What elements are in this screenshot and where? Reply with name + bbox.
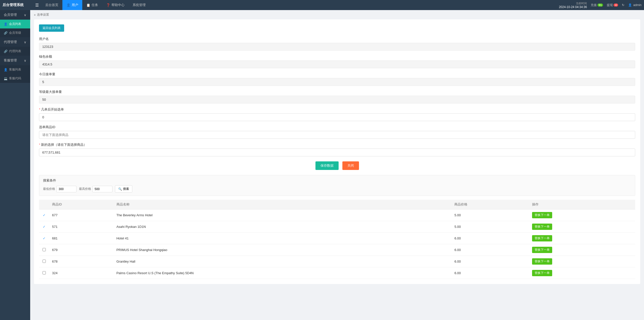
withdraw-button[interactable]: 提现 4 [607, 3, 618, 7]
chevron-down-icon-agent: ∨ [24, 40, 26, 44]
product-table: 商品ID 商品名称 商品价格 操作 ✓677The Beverley Arms … [39, 200, 635, 279]
cell-product-id: 677 [49, 209, 113, 221]
nav-help[interactable]: ❓ 帮助中心 [102, 0, 129, 10]
table-row: ✓677The Beverley Arms Hotel5.00替换下一单 [39, 209, 635, 221]
cell-product-name: The Beverley Arms Hotel [113, 209, 452, 221]
cell-action: 替换下一单 [529, 256, 635, 267]
recharge-button[interactable]: 充值 91 [591, 3, 603, 7]
table-row: ✓571Asahi Ryokan 1D1N5.00替换下一单 [39, 221, 635, 233]
value-today-orders: 5 [39, 78, 635, 86]
check-icon[interactable]: ✓ [43, 236, 46, 240]
search-title: 搜索条件 [43, 178, 631, 183]
search-button[interactable]: 🔍 搜索 [115, 185, 132, 193]
cell-action: 替换下一单 [529, 209, 635, 221]
field-product-id: 选单商品ID [39, 125, 635, 139]
nav-system[interactable]: 系统管理 [129, 0, 150, 10]
back-button[interactable]: 返回会员列表 [39, 24, 64, 32]
replace-next-button[interactable]: 替换下一单 [532, 247, 552, 253]
input-start-after[interactable] [39, 113, 635, 121]
cell-product-id: 324 [49, 267, 113, 279]
input-product-id[interactable] [39, 131, 635, 139]
cell-product-price: 6.00 [451, 267, 529, 279]
admin-menu[interactable]: 👤 admin [628, 3, 641, 7]
replace-next-button[interactable]: 替换下一单 [532, 258, 552, 265]
label-username: 用户名 [39, 37, 635, 41]
main-content: » 连单设置 返回会员列表 用户名 123123 钱包余额 4314.5 今日接… [30, 10, 644, 320]
sidebar-item-service-code[interactable]: 💻 客服代码 [0, 74, 30, 83]
label-today-orders: 今日接单量 [39, 72, 635, 77]
field-today-orders: 今日接单量 5 [39, 72, 635, 86]
sidebar-item-member-list[interactable]: 👤 会员列表 [0, 20, 30, 28]
refresh-icon: ↻ [622, 3, 624, 7]
max-price-input[interactable] [92, 186, 112, 192]
value-wallet: 4314.5 [39, 60, 635, 68]
sidebar-group-agent[interactable]: 代理管理 ∨ [0, 37, 30, 47]
cell-action: 替换下一单 [529, 221, 635, 233]
table-row: ✓681Hotel 416.00替换下一单 [39, 233, 635, 244]
cell-product-price: 6.00 [451, 233, 529, 244]
cell-product-id: 571 [49, 221, 113, 233]
nav-home[interactable]: 后台首页 [41, 0, 62, 10]
cell-product-price: 5.00 [451, 209, 529, 221]
top-navigation: 后台管理系统 ☰ 后台首页 👤 用户 📋 任务 ❓ 帮助中心 系统管理 当前时间… [0, 0, 644, 10]
input-new-selection[interactable] [39, 149, 635, 156]
row-checkbox[interactable] [43, 248, 46, 251]
breadcrumb: » 连单设置 [34, 13, 640, 17]
max-price-field: 最高价格 [79, 186, 112, 192]
sidebar-group-service[interactable]: 客服管理 ∨ [0, 56, 30, 65]
cell-product-name: Hotel 41 [113, 233, 452, 244]
label-new-selection: 新的选择（请在下面选择商品） [39, 143, 635, 147]
nav-menu: 后台首页 👤 用户 📋 任务 ❓ 帮助中心 系统管理 [41, 0, 559, 10]
field-max-orders: 等级最大接单量 50 [39, 90, 635, 103]
table-row: 679PRIMUS Hotel Shanghai Hongqiao6.00替换下… [39, 244, 635, 256]
form-buttons: 保存数据 关闭 [39, 161, 635, 170]
field-username: 用户名 123123 [39, 37, 635, 51]
field-new-selection: 新的选择（请在下面选择商品） [39, 143, 635, 156]
user-nav-icon: 👤 [66, 3, 70, 7]
sidebar-item-agent-list[interactable]: 🔗 代理列表 [0, 47, 30, 56]
value-username: 123123 [39, 43, 635, 51]
chevron-down-icon-service: ∨ [24, 59, 26, 62]
sidebar-item-member-level[interactable]: 🔗 会员等级 [0, 28, 30, 37]
min-price-label: 最低价格 [43, 187, 55, 191]
sidebar: 会员管理 ∨ 👤 会员列表 🔗 会员等级 代理管理 ∨ 🔗 代理列表 客服管理 … [0, 10, 30, 320]
value-max-orders: 50 [39, 96, 635, 103]
sidebar-item-service-list[interactable]: 👤 客服列表 [0, 65, 30, 74]
label-product-id: 选单商品ID [39, 125, 635, 129]
check-icon[interactable]: ✓ [43, 225, 46, 229]
menu-icon[interactable]: ☰ [35, 3, 39, 8]
close-button[interactable]: 关闭 [342, 161, 359, 170]
member-level-icon: 🔗 [4, 31, 8, 35]
search-icon: 🔍 [118, 187, 122, 191]
task-nav-icon: 📋 [86, 3, 90, 7]
label-max-orders: 等级最大接单量 [39, 90, 635, 94]
replace-next-button[interactable]: 替换下一单 [532, 224, 552, 230]
field-start-after: 几单后开始选单 [39, 107, 635, 121]
max-price-label: 最高价格 [79, 187, 91, 191]
table-header-row: 商品ID 商品名称 商品价格 操作 [39, 200, 635, 209]
field-wallet: 钱包余额 4314.5 [39, 54, 635, 68]
app-title: 后台管理系统 [3, 3, 30, 7]
chevron-down-icon: ∨ [24, 13, 26, 17]
row-checkbox[interactable] [43, 271, 46, 274]
replace-next-button[interactable]: 替换下一单 [532, 212, 552, 218]
form-card: 返回会员列表 用户名 123123 钱包余额 4314.5 今日接单量 5 等级… [34, 19, 640, 284]
min-price-input[interactable] [56, 186, 76, 192]
save-button[interactable]: 保存数据 [315, 161, 339, 170]
member-list-icon: 👤 [4, 22, 8, 26]
row-checkbox[interactable] [43, 260, 46, 263]
cell-product-name: Asahi Ryokan 1D1N [113, 221, 452, 233]
cell-product-price: 6.00 [451, 256, 529, 267]
replace-next-button[interactable]: 替换下一单 [532, 270, 552, 276]
check-icon[interactable]: ✓ [43, 213, 46, 217]
replace-next-button[interactable]: 替换下一单 [532, 235, 552, 241]
label-start-after: 几单后开始选单 [39, 107, 635, 112]
cell-product-price: 5.00 [451, 221, 529, 233]
nav-user[interactable]: 👤 用户 [62, 0, 82, 10]
cell-product-id: 679 [49, 244, 113, 256]
refresh-button[interactable]: ↻ [622, 3, 624, 7]
col-product-id: 商品ID [49, 200, 113, 209]
breadcrumb-separator: » [34, 13, 36, 17]
sidebar-group-member[interactable]: 会员管理 ∨ [0, 10, 30, 20]
nav-task[interactable]: 📋 任务 [82, 0, 102, 10]
